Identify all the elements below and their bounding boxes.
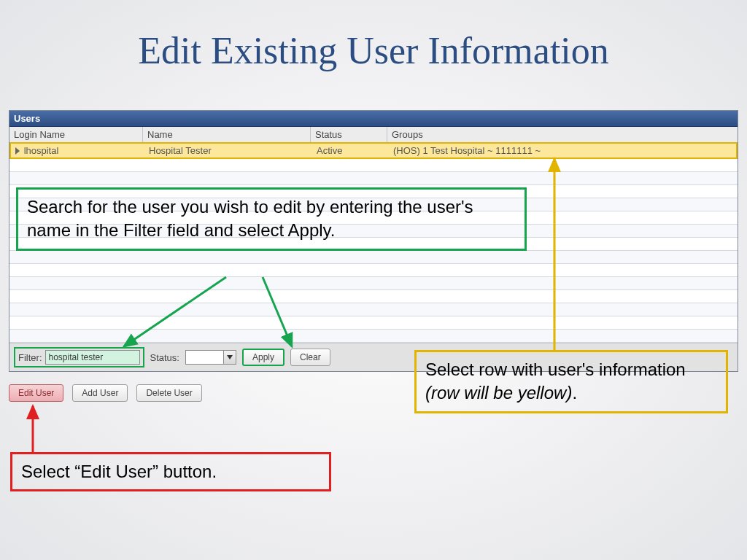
- cell-login: lhospital: [11, 144, 144, 158]
- status-label: Status:: [150, 352, 179, 363]
- annotation-text-italic: (row will be yellow): [425, 383, 572, 402]
- filter-input[interactable]: [45, 350, 140, 365]
- table-row[interactable]: [9, 172, 738, 185]
- selected-user-row[interactable]: lhospital Hospital Tester Active (HOS) 1…: [9, 142, 738, 159]
- table-row[interactable]: [9, 159, 738, 172]
- table-row[interactable]: [9, 264, 738, 277]
- filter-highlight: Filter:: [14, 347, 144, 368]
- col-status[interactable]: Status: [311, 127, 387, 142]
- action-bar: Edit User Add User Delete User: [9, 384, 202, 402]
- slide-title: Edit Existing User Information: [0, 29, 747, 72]
- table-row[interactable]: [9, 277, 738, 290]
- chevron-down-icon[interactable]: [223, 351, 236, 364]
- annotation-text: Select row with user's information: [425, 359, 686, 379]
- row-caret-icon: [15, 147, 20, 155]
- status-select[interactable]: [185, 350, 236, 365]
- clear-button[interactable]: Clear: [290, 349, 330, 366]
- cell-name: Hospital Tester: [144, 144, 312, 158]
- cell-status: Active: [312, 144, 389, 158]
- annotation-search: Search for the user you wish to edit by …: [16, 187, 527, 251]
- col-login[interactable]: Login Name: [9, 127, 143, 142]
- col-groups[interactable]: Groups: [387, 127, 738, 142]
- table-row[interactable]: [9, 251, 738, 264]
- edit-user-button[interactable]: Edit User: [9, 384, 63, 402]
- column-headers: Login Name Name Status Groups: [9, 127, 738, 142]
- table-row[interactable]: [9, 303, 738, 316]
- apply-button[interactable]: Apply: [242, 349, 285, 366]
- delete-user-button[interactable]: Delete User: [136, 384, 201, 402]
- panel-header: Users: [9, 111, 738, 127]
- cell-groups: (HOS) 1 Test Hospital ~ 1111111 ~: [389, 144, 736, 158]
- table-row[interactable]: [9, 290, 738, 303]
- cell-login-text: lhospital: [24, 145, 59, 156]
- empty-rows: [9, 159, 738, 343]
- annotation-select-row: Select row with user's information (row …: [414, 350, 728, 413]
- add-user-button[interactable]: Add User: [72, 384, 128, 402]
- annotation-text: .: [572, 383, 577, 402]
- table-row[interactable]: [9, 316, 738, 330]
- table-row[interactable]: [9, 330, 738, 343]
- col-name[interactable]: Name: [143, 127, 311, 142]
- annotation-edit-button: Select “Edit User” button.: [10, 452, 331, 491]
- filter-label: Filter:: [18, 352, 42, 363]
